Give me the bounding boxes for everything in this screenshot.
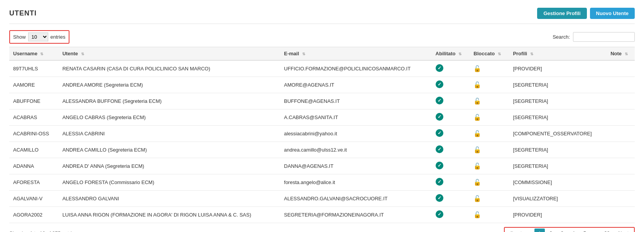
cell-utente: ANGELO FORESTA (Commissario ECM)	[59, 174, 280, 191]
search-box: Search:	[553, 32, 635, 42]
cell-bloccato: 🔓	[470, 142, 509, 158]
search-label: Search:	[553, 34, 570, 40]
col-email[interactable]: E-mail ⇅	[280, 47, 432, 61]
bloccato-lock-icon: 🔓	[473, 146, 481, 154]
cell-bloccato: 🔓	[470, 60, 509, 77]
cell-email: BUFFONE@AGENAS.IT	[280, 93, 432, 109]
cell-note	[607, 191, 635, 207]
bloccato-lock-icon: 🔓	[473, 97, 481, 105]
header-buttons: Gestione Profili Nuovo Utente	[537, 8, 635, 19]
cell-note	[607, 60, 635, 77]
cell-utente: ANDREA AMORE (Segreteria ECM)	[59, 77, 280, 93]
cell-profili: [COMMISSIONE]	[509, 174, 607, 191]
cell-note	[607, 93, 635, 109]
col-note[interactable]: Note ⇅	[607, 47, 635, 61]
cell-username: ACAMILLO	[9, 142, 59, 158]
cell-email: alessiacabrini@yahoo.it	[280, 126, 432, 142]
cell-utente: ANDREA CAMILLO (Segreteria ECM)	[59, 142, 280, 158]
cell-profili: [SEGRETERIA]	[509, 93, 607, 109]
cell-email: ALESSANDRO.GALVANI@SACROCUORE.IT	[280, 191, 432, 207]
cell-bloccato: 🔓	[470, 109, 509, 126]
cell-email: DANNA@AGENAS.IT	[280, 158, 432, 174]
cell-abilitato	[432, 174, 470, 191]
sort-icon-utente: ⇅	[81, 52, 84, 56]
show-entries-container: Show 10 25 50 100 entries	[9, 30, 69, 44]
bloccato-lock-icon: 🔓	[473, 211, 481, 218]
cell-note	[607, 158, 635, 174]
cell-username: 89T7UHLS	[9, 60, 59, 77]
table-row: AGORA2002LUISA ANNA RIGON (FORMAZIONE IN…	[9, 207, 635, 223]
sort-icon-profili: ⇅	[530, 52, 533, 56]
cell-profili: [SEGRETERIA]	[509, 158, 607, 174]
cell-abilitato	[432, 77, 470, 93]
pagination: Previous 1 2 3 4 5 ... 28 Next	[504, 227, 635, 232]
col-username[interactable]: Username ⇅	[9, 47, 59, 61]
cell-utente: RENATA CASARIN (CASA DI CURA POLICLINICO…	[59, 60, 280, 77]
users-table: Username ⇅ Utente ⇅ E-mail ⇅ Abilitato ⇅…	[9, 47, 635, 223]
table-row: 89T7UHLSRENATA CASARIN (CASA DI CURA POL…	[9, 60, 635, 77]
sort-icon-email: ⇅	[302, 52, 305, 56]
abilitato-check-icon	[436, 64, 443, 72]
bloccato-lock-icon: 🔓	[473, 130, 481, 137]
page-btn-3[interactable]: 3	[557, 229, 567, 232]
cell-abilitato	[432, 191, 470, 207]
bloccato-lock-icon: 🔓	[473, 195, 481, 202]
abilitato-check-icon	[436, 178, 443, 186]
cell-abilitato	[432, 60, 470, 77]
gestione-profili-button[interactable]: Gestione Profili	[537, 8, 587, 19]
table-row: ACABRINI-OSSALESSIA CABRINIalessiacabrin…	[9, 126, 635, 142]
page-btn-2[interactable]: 2	[546, 229, 556, 232]
cell-username: AAMORE	[9, 77, 59, 93]
cell-username: ABUFFONE	[9, 93, 59, 109]
cell-email: foresta.angelo@alice.it	[280, 174, 432, 191]
cell-bloccato: 🔓	[470, 93, 509, 109]
cell-profili: [VISUALIZZATORE]	[509, 191, 607, 207]
cell-utente: LUISA ANNA RIGON (FORMAZIONE IN AGORA' D…	[59, 207, 280, 223]
cell-note	[607, 174, 635, 191]
sort-icon-bloccato: ⇅	[498, 52, 501, 56]
cell-abilitato	[432, 142, 470, 158]
previous-button[interactable]: Previous	[506, 229, 534, 232]
abilitato-check-icon	[436, 129, 443, 137]
entries-select[interactable]: 10 25 50 100	[28, 32, 48, 41]
sort-icon-abilitato: ⇅	[458, 52, 461, 56]
cell-username: AGORA2002	[9, 207, 59, 223]
nuovo-utente-button[interactable]: Nuovo Utente	[590, 8, 635, 19]
cell-email: A.CABRAS@SANITA.IT	[280, 109, 432, 126]
cell-note	[607, 207, 635, 223]
cell-username: ADANNA	[9, 158, 59, 174]
table-row: AFORESTAANGELO FORESTA (Commissario ECM)…	[9, 174, 635, 191]
page-header: UTENTI Gestione Profili Nuovo Utente	[9, 8, 635, 24]
page-btn-28[interactable]: 28	[600, 229, 614, 232]
cell-note	[607, 126, 635, 142]
cell-username: ACABRAS	[9, 109, 59, 126]
cell-profili: [SEGRETERIA]	[509, 109, 607, 126]
sort-icon-username: ⇅	[40, 52, 43, 56]
cell-abilitato	[432, 158, 470, 174]
col-profili[interactable]: Profili ⇅	[509, 47, 607, 61]
col-abilitato[interactable]: Abilitato ⇅	[432, 47, 470, 61]
cell-email: UFFICIO.FORMAZIONE@POLICLINICOSANMARCO.I…	[280, 60, 432, 77]
abilitato-check-icon	[436, 80, 443, 88]
table-row: AAMOREANDREA AMORE (Segreteria ECM)AMORE…	[9, 77, 635, 93]
col-utente[interactable]: Utente ⇅	[59, 47, 280, 61]
sort-icon-note: ⇅	[625, 52, 628, 56]
cell-profili: [COMPONENTE_OSSERVATORE]	[509, 126, 607, 142]
cell-bloccato: 🔓	[470, 158, 509, 174]
cell-bloccato: 🔓	[470, 191, 509, 207]
abilitato-check-icon	[436, 162, 443, 169]
cell-bloccato: 🔓	[470, 207, 509, 223]
next-button[interactable]: Next	[614, 229, 632, 232]
col-bloccato[interactable]: Bloccato ⇅	[470, 47, 509, 61]
cell-email: AMORE@AGENAS.IT	[280, 77, 432, 93]
search-input[interactable]	[573, 32, 635, 42]
controls-row: Show 10 25 50 100 entries Search:	[9, 30, 635, 44]
page-btn-1[interactable]: 1	[534, 229, 545, 232]
cell-note	[607, 142, 635, 158]
cell-utente: ALESSIA CABRINI	[59, 126, 280, 142]
cell-note	[607, 77, 635, 93]
bloccato-lock-icon: 🔓	[473, 114, 481, 121]
cell-profili: [SEGRETERIA]	[509, 142, 607, 158]
page-btn-5[interactable]: 5	[580, 229, 590, 232]
page-btn-4[interactable]: 4	[568, 229, 578, 232]
